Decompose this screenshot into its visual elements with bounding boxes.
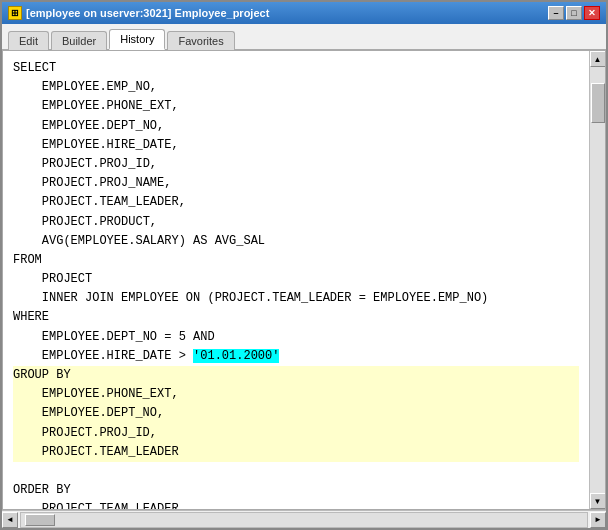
maximize-button[interactable]: □ (566, 6, 582, 20)
scroll-left-button[interactable]: ◄ (2, 512, 18, 528)
horizontal-scrollbar-track (20, 512, 588, 528)
sql-col-deptno: EMPLOYEE.DEPT_NO, (42, 119, 164, 133)
sql-keyword-where: WHERE (13, 310, 49, 324)
sql-keyword-groupby: GROUP BY (13, 366, 579, 385)
app-icon: ⊞ (8, 6, 22, 20)
sql-col-phoneext: EMPLOYEE.PHONE_EXT, (42, 99, 179, 113)
sql-groupby-deptno: EMPLOYEE.DEPT_NO, (13, 404, 579, 423)
tab-favorites[interactable]: Favorites (167, 31, 234, 50)
sql-editor[interactable]: SELECT EMPLOYEE.EMP_NO, EMPLOYEE.PHONE_E… (3, 51, 589, 509)
tab-bar: Edit Builder History Favorites (2, 24, 606, 51)
scroll-up-button[interactable]: ▲ (590, 51, 606, 67)
sql-col-avgsal: AVG(EMPLOYEE.SALARY) AS AVG_SAL (42, 234, 265, 248)
sql-keyword-from: FROM (13, 253, 42, 267)
sql-highlight-date: '01.01.2000' (193, 349, 279, 363)
tab-builder[interactable]: Builder (51, 31, 107, 50)
sql-groupby-projid: PROJECT.PROJ_ID, (13, 424, 579, 443)
sql-from-project: PROJECT (42, 272, 92, 286)
title-bar-left: ⊞ [employee on userver:3021] Employee_pr… (8, 6, 269, 20)
close-button[interactable]: ✕ (584, 6, 600, 20)
horizontal-scroll-thumb[interactable] (25, 514, 55, 526)
minimize-button[interactable]: – (548, 6, 564, 20)
window-title: [employee on userver:3021] Employee_proj… (26, 7, 269, 19)
scroll-down-button[interactable]: ▼ (590, 493, 606, 509)
sql-where-dept: EMPLOYEE.DEPT_NO = 5 AND (42, 330, 215, 344)
sql-col-projname: PROJECT.PROJ_NAME, (42, 176, 172, 190)
sql-col-teamleader: PROJECT.TEAM_LEADER, (42, 195, 186, 209)
sql-col-empno: EMPLOYEE.EMP_NO, (42, 80, 157, 94)
sql-where-hiredate: EMPLOYEE.HIRE_DATE > '01.01.2000' (42, 349, 280, 363)
sql-col-hiredate: EMPLOYEE.HIRE_DATE, (42, 138, 179, 152)
sql-keyword-select: SELECT (13, 61, 56, 75)
sql-keyword-orderby: ORDER BY (13, 483, 71, 497)
title-bar: ⊞ [employee on userver:3021] Employee_pr… (2, 2, 606, 24)
sql-join: INNER JOIN EMPLOYEE ON (PROJECT.TEAM_LEA… (42, 291, 488, 305)
sql-groupby-teamleader: PROJECT.TEAM_LEADER (13, 443, 579, 462)
vertical-scrollbar: ▲ ▼ (589, 51, 605, 509)
title-bar-buttons: – □ ✕ (548, 6, 600, 20)
sql-orderby-teamleader: PROJECT.TEAM_LEADER, (42, 502, 186, 509)
scroll-thumb[interactable] (591, 83, 605, 123)
scroll-right-button[interactable]: ► (590, 512, 606, 528)
sql-col-projid: PROJECT.PROJ_ID, (42, 157, 157, 171)
sql-col-product: PROJECT.PRODUCT, (42, 215, 157, 229)
content-area: SELECT EMPLOYEE.EMP_NO, EMPLOYEE.PHONE_E… (2, 51, 606, 510)
tab-history[interactable]: History (109, 29, 165, 50)
sql-groupby-phoneext: EMPLOYEE.PHONE_EXT, (13, 385, 579, 404)
main-window: ⊞ [employee on userver:3021] Employee_pr… (0, 0, 608, 530)
tab-edit[interactable]: Edit (8, 31, 49, 50)
bottom-bar: ◄ ► (2, 510, 606, 528)
